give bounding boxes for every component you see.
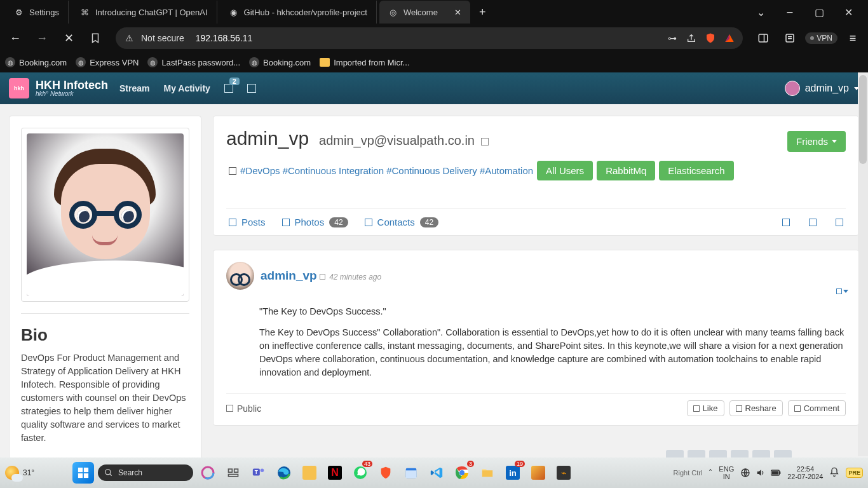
vpn-button[interactable]: VPN: [805, 32, 837, 44]
taskbar-clock[interactable]: 22:54 22-07-2024: [787, 465, 823, 480]
vpn-label: VPN: [817, 34, 832, 43]
rabbitmq-button[interactable]: RabbitMq: [597, 161, 655, 180]
page-scrollbar[interactable]: [858, 72, 868, 456]
right-ctrl-label: Right Ctrl: [674, 469, 703, 477]
reader-button[interactable]: [778, 27, 801, 50]
tab-github[interactable]: ◉ GitHub - hkhcoder/vprofile-project: [220, 1, 377, 24]
vscode-icon[interactable]: [426, 462, 447, 484]
taskbar-search[interactable]: Search: [98, 464, 193, 481]
action-icon-2[interactable]: [809, 219, 817, 226]
svg-rect-15: [229, 475, 238, 477]
linkedin-icon[interactable]: in 19: [502, 462, 524, 484]
comment-button[interactable]: Comment: [788, 400, 846, 416]
start-button[interactable]: [72, 462, 94, 484]
file-explorer-icon[interactable]: [477, 462, 498, 484]
address-bar[interactable]: ⚠ Not secure 192.168.56.11 ⊶: [116, 27, 743, 49]
temperature: 31°: [23, 468, 34, 477]
nav-my-activity[interactable]: My Activity: [163, 83, 210, 93]
globe-icon: ◍: [249, 57, 259, 67]
friends-label: Friends: [796, 136, 828, 147]
all-users-button[interactable]: All Users: [537, 161, 593, 180]
chevron-up-icon[interactable]: ˄: [709, 468, 712, 477]
header-username: admin_vp: [805, 83, 849, 94]
post-avatar[interactable]: [226, 262, 254, 290]
post-menu[interactable]: [836, 288, 848, 294]
app-menu-button[interactable]: ≡: [841, 27, 864, 50]
action-icon-1[interactable]: [782, 219, 790, 226]
back-button[interactable]: ←: [4, 27, 27, 50]
tab-label: GitHub - hkhcoder/vprofile-project: [244, 8, 367, 17]
square-icon: [836, 288, 842, 294]
bookmark-label: Express VPN: [90, 58, 139, 67]
app-misc-1-icon[interactable]: [527, 462, 549, 484]
window-close-button[interactable]: ✕: [834, 1, 863, 24]
calendar-icon[interactable]: [400, 462, 422, 484]
tab-chatgpt[interactable]: ⌘ Introducing ChatGPT | OpenAI: [71, 1, 217, 24]
whatsapp-icon[interactable]: 43: [349, 462, 371, 484]
tabs-dropdown-button[interactable]: ⌄: [746, 1, 775, 24]
chrome-icon[interactable]: 3: [451, 462, 473, 484]
brave-shield-icon[interactable]: [703, 31, 717, 45]
bookmark-item[interactable]: ◍Booking.com: [249, 57, 311, 67]
window-minimize-button[interactable]: –: [775, 1, 804, 24]
square-icon: [481, 138, 489, 146]
tab-posts[interactable]: Posts: [229, 217, 266, 227]
svg-rect-5: [78, 468, 83, 472]
tab-photos[interactable]: Photos42: [282, 217, 348, 227]
teams-icon[interactable]: T: [248, 462, 269, 484]
side-panel-button[interactable]: [752, 27, 775, 50]
volume-icon[interactable]: [756, 468, 766, 478]
reshare-button[interactable]: Reshare: [729, 400, 783, 416]
bat-rewards-icon[interactable]: [722, 31, 736, 45]
bookmark-item[interactable]: ◍Booking.com: [5, 57, 67, 67]
stop-reload-button[interactable]: ✕: [57, 27, 80, 50]
app-misc-2-icon[interactable]: ⌁: [553, 462, 574, 484]
divider: [21, 313, 189, 314]
brave-taskbar-icon[interactable]: [375, 462, 397, 484]
action-icon-3[interactable]: [836, 219, 843, 226]
new-tab-button[interactable]: +: [473, 6, 492, 19]
profile-tags[interactable]: #DevOps #Continuous Integration #Continu…: [240, 165, 533, 176]
bookmark-item[interactable]: ◍Express VPN: [76, 57, 139, 67]
window-maximize-button[interactable]: ▢: [804, 1, 834, 24]
edge-icon[interactable]: [273, 462, 295, 484]
post-visibility[interactable]: Public: [226, 403, 261, 414]
header-user-menu[interactable]: admin_vp: [785, 81, 859, 96]
nav-notifications[interactable]: 2: [224, 84, 233, 93]
bookmark-item[interactable]: ◍LastPass password...: [147, 57, 240, 67]
bookmark-page-button[interactable]: [84, 27, 107, 50]
tab-contacts[interactable]: Contacts42: [365, 217, 439, 227]
nav-extra[interactable]: [247, 84, 256, 93]
friends-button[interactable]: Friends: [787, 131, 846, 152]
brand-name: HKH Infotech: [36, 79, 108, 91]
brand[interactable]: hkh HKH Infotech hkh° Network: [9, 78, 108, 98]
key-icon[interactable]: ⊶: [665, 31, 679, 45]
nav-stream[interactable]: Stream: [119, 83, 149, 93]
svg-point-18: [261, 469, 264, 473]
tab-settings[interactable]: ⚙ Settings: [5, 1, 69, 24]
scroll-thumb[interactable]: [859, 75, 867, 164]
task-view-icon[interactable]: [222, 462, 244, 484]
bookmark-folder[interactable]: Imported from Micr...: [320, 58, 409, 67]
tab-welcome[interactable]: ◎ Welcome ✕: [379, 1, 470, 24]
netflix-icon[interactable]: N: [324, 462, 346, 484]
security-text: Not secure: [141, 33, 184, 43]
copilot-icon[interactable]: [197, 462, 219, 484]
wifi-icon[interactable]: [740, 468, 750, 478]
chevron-down-icon: [832, 140, 837, 143]
forward-button[interactable]: →: [31, 27, 53, 50]
post-author[interactable]: admin_vp: [261, 269, 317, 282]
app-yellow-icon[interactable]: [299, 462, 320, 484]
notification-center-icon[interactable]: [829, 467, 839, 479]
elasticsearch-button[interactable]: Elasticsearch: [659, 161, 733, 180]
language-indicator[interactable]: ENG IN: [719, 465, 734, 480]
close-tab-icon[interactable]: ✕: [454, 8, 461, 17]
taskbar-weather[interactable]: 31°: [5, 466, 69, 480]
pre-badge[interactable]: PRE: [846, 468, 863, 478]
battery-icon[interactable]: [771, 468, 781, 478]
like-button[interactable]: Like: [687, 400, 724, 416]
taskbar-tray: Right Ctrl ˄ ENG IN 22:54 22-07-2024 PRE: [674, 465, 863, 480]
bookmark-label: LastPass password...: [161, 58, 240, 67]
folder-icon: [320, 58, 330, 67]
share-icon[interactable]: [684, 31, 698, 45]
